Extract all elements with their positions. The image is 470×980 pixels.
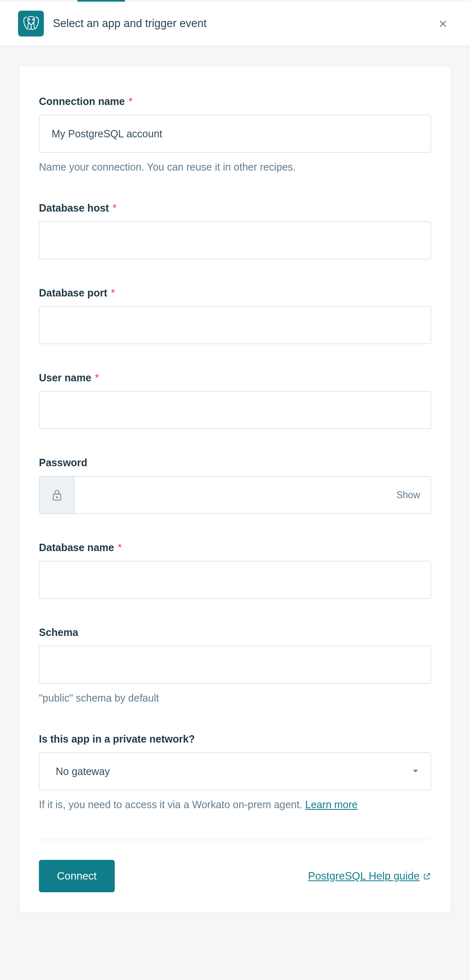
database-name-input[interactable]: [39, 561, 431, 599]
postgresql-elephant-icon: [23, 15, 39, 32]
svg-rect-3: [56, 496, 57, 498]
field-database-name: Database name *: [39, 542, 431, 599]
password-label: Password: [39, 457, 431, 469]
svg-point-0: [29, 19, 30, 20]
gateway-select-wrap: No gateway: [39, 752, 431, 790]
gateway-select[interactable]: No gateway: [39, 752, 431, 790]
page-body: Connection name * Name your connection. …: [0, 46, 470, 937]
helper-text-part: If it is, you need to access it via a Wo…: [39, 799, 305, 810]
connect-button[interactable]: Connect: [39, 860, 115, 892]
external-link-icon: [423, 872, 431, 880]
schema-helper: "public" schema by default: [39, 691, 431, 705]
field-database-port: Database port *: [39, 287, 431, 344]
field-schema: Schema "public" schema by default: [39, 627, 431, 705]
database-name-label: Database name *: [39, 542, 431, 554]
password-input-wrap: Show: [39, 476, 431, 514]
gateway-select-value: No gateway: [56, 766, 110, 777]
lock-icon-box: [39, 476, 75, 513]
label-text: Connection name: [39, 96, 125, 107]
schema-label: Schema: [39, 627, 431, 638]
required-marker: *: [126, 96, 133, 107]
help-guide-link[interactable]: PostgreSQL Help guide: [308, 870, 431, 882]
private-network-helper: If it is, you need to access it via a Wo…: [39, 798, 431, 812]
header-title: Select an app and trigger event: [53, 17, 425, 30]
label-text: Database port: [39, 287, 107, 299]
svg-point-1: [32, 19, 33, 20]
field-private-network: Is this app in a private network? No gat…: [39, 733, 431, 812]
label-text: User name: [39, 372, 91, 383]
required-marker: *: [92, 372, 99, 383]
database-port-input[interactable]: [39, 306, 431, 344]
footer-divider: [39, 840, 431, 840]
label-text: Database host: [39, 202, 109, 214]
field-connection-name: Connection name * Name your connection. …: [39, 96, 431, 174]
header-bar: Select an app and trigger event: [0, 2, 470, 46]
form-footer: Connect PostgreSQL Help guide: [39, 860, 431, 892]
connection-name-label: Connection name *: [39, 96, 431, 107]
required-marker: *: [108, 287, 115, 299]
connection-name-input[interactable]: [39, 115, 431, 153]
postgresql-app-icon: [18, 11, 44, 36]
database-host-label: Database host *: [39, 202, 431, 214]
progress-indicator: [0, 0, 470, 2]
learn-more-link[interactable]: Learn more: [305, 799, 358, 810]
field-password: Password Show: [39, 457, 431, 514]
connection-form-card: Connection name * Name your connection. …: [19, 66, 451, 912]
field-database-host: Database host *: [39, 202, 431, 259]
database-host-input[interactable]: [39, 221, 431, 259]
password-input[interactable]: [75, 476, 386, 513]
user-name-input[interactable]: [39, 391, 431, 429]
required-marker: *: [115, 542, 122, 553]
field-user-name: User name *: [39, 372, 431, 429]
required-marker: *: [110, 202, 117, 214]
schema-input[interactable]: [39, 646, 431, 684]
private-network-label: Is this app in a private network?: [39, 733, 431, 745]
show-password-button[interactable]: Show: [386, 476, 431, 513]
lock-icon: [51, 488, 63, 501]
connection-name-helper: Name your connection. You can reuse it i…: [39, 160, 431, 174]
help-link-text: PostgreSQL Help guide: [308, 870, 420, 882]
user-name-label: User name *: [39, 372, 431, 384]
close-button[interactable]: [434, 15, 452, 33]
close-icon: [437, 18, 449, 30]
label-text: Database name: [39, 542, 114, 553]
database-port-label: Database port *: [39, 287, 431, 299]
